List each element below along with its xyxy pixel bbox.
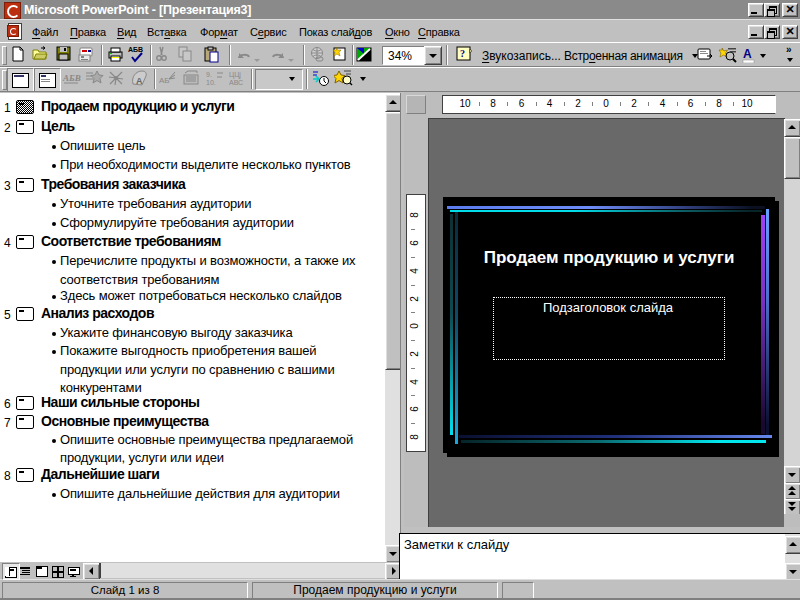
svg-text:АБВ: АБВ <box>62 73 81 83</box>
svg-text:A: A <box>743 47 752 61</box>
svg-text:?: ? <box>460 48 465 59</box>
svg-text:ЦЦj: ЦЦj <box>229 71 241 79</box>
svg-text:АБВ: АБВ <box>128 46 143 53</box>
svg-text:10.: 10. <box>206 79 216 86</box>
svg-text:9.: 9. <box>206 71 212 78</box>
svg-text:АВС: АВС <box>229 79 243 86</box>
svg-text:A: A <box>136 76 143 86</box>
svg-text:АБ: АБ <box>159 76 170 85</box>
